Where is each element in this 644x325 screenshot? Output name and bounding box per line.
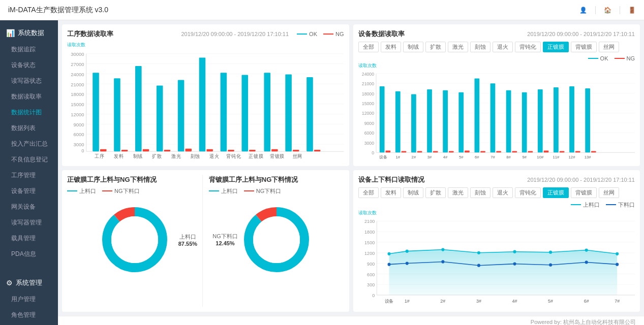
back-coat-panel: 背镀膜工序上料与NG下料情况 上料口 NG下料口 xyxy=(202,175,344,307)
legend-ng-tl: NG xyxy=(323,31,344,37)
home-icon[interactable]: 🏠 xyxy=(604,7,611,14)
sidebar-item-data-list[interactable]: 数据列表 xyxy=(0,120,58,136)
chart-time-br: 2019/12/20 09:00:00 - 2019/12/20 17:10:1… xyxy=(527,177,635,183)
svg-rect-82 xyxy=(417,151,422,152)
logout-icon[interactable]: 🚪 xyxy=(628,7,636,14)
tab-feed[interactable]: 发料 xyxy=(381,42,401,52)
svg-point-146 xyxy=(549,250,552,253)
svg-rect-76 xyxy=(385,150,390,152)
tab-br-passiv[interactable]: 背钝化 xyxy=(515,187,541,198)
svg-rect-84 xyxy=(427,89,432,152)
svg-rect-51 xyxy=(293,150,299,151)
tab-back-coat[interactable]: 背镀膜 xyxy=(571,42,597,52)
svg-text:0: 0 xyxy=(372,293,375,298)
chart-title-br: 设备上下料口读取情况 xyxy=(358,175,424,184)
svg-rect-114 xyxy=(585,88,590,152)
svg-text:激光: 激光 xyxy=(171,153,181,159)
svg-rect-111 xyxy=(569,86,574,152)
svg-text:21000: 21000 xyxy=(361,81,374,86)
tab-br-screen[interactable]: 丝网 xyxy=(599,187,619,198)
chart-icon: 📊 xyxy=(6,29,15,37)
tab-br-laser[interactable]: 激光 xyxy=(448,187,468,198)
sidebar-item-data-stats[interactable]: 数据统计图 xyxy=(0,105,58,120)
divider2 xyxy=(620,6,620,14)
sidebar-item-role-mgmt[interactable]: 角色管理 xyxy=(0,307,58,323)
user-icon[interactable]: 👤 xyxy=(579,7,587,14)
legend-tr-wrap: OK NG xyxy=(358,55,635,61)
tab-passiv[interactable]: 背钝化 xyxy=(515,42,541,52)
svg-rect-105 xyxy=(537,89,542,152)
sidebar-item-data-rate[interactable]: 数据读取率 xyxy=(0,89,58,105)
svg-text:13#: 13# xyxy=(584,155,591,159)
tab-br-diffuse[interactable]: 扩散 xyxy=(425,187,446,198)
svg-rect-33 xyxy=(164,150,171,151)
svg-rect-27 xyxy=(121,150,128,151)
sidebar-item-carrier-mgmt[interactable]: 载具管理 xyxy=(0,231,58,246)
svg-rect-32 xyxy=(157,85,163,151)
tab-front-coat[interactable]: 正镀膜 xyxy=(543,42,569,52)
svg-point-151 xyxy=(441,260,444,263)
svg-text:600: 600 xyxy=(367,272,375,277)
legend-ng-bl: NG下料口 xyxy=(102,187,140,195)
svg-rect-99 xyxy=(506,90,511,153)
svg-text:18000: 18000 xyxy=(361,91,374,96)
svg-point-122 xyxy=(253,216,300,263)
footer: Powered by: 杭州岛上自动化科技有限公司 xyxy=(58,316,644,325)
svg-text:4#: 4# xyxy=(512,298,517,303)
svg-text:1800: 1800 xyxy=(364,230,375,235)
tab-br-feed[interactable]: 发料 xyxy=(381,187,401,198)
header-actions: 👤 🏠 🚪 xyxy=(579,6,636,14)
svg-rect-94 xyxy=(480,151,485,152)
sidebar-item-device-mgmt[interactable]: 设备管理 xyxy=(0,183,58,199)
sidebar-item-process-mgmt[interactable]: 工序管理 xyxy=(0,168,58,183)
out-dot-br xyxy=(606,204,616,205)
bar-chart-svg-tl: 30000 27000 24000 21000 18000 15000 1200… xyxy=(67,49,344,161)
tab-texture[interactable]: 制绒 xyxy=(403,42,423,52)
legend-bl: 上料口 NG下料口 xyxy=(67,187,202,195)
chart-title-bl: 正镀膜工序上料与NG下料情况 xyxy=(67,175,157,184)
tab-br-all[interactable]: 全部 xyxy=(358,187,379,198)
svg-rect-36 xyxy=(185,149,192,151)
svg-rect-109 xyxy=(559,151,564,152)
svg-rect-47 xyxy=(264,73,270,151)
sidebar-item-sys-params[interactable]: 系统参数 xyxy=(0,323,58,325)
tab-laser[interactable]: 激光 xyxy=(448,42,468,52)
svg-text:30000: 30000 xyxy=(71,51,84,57)
tab-br-back[interactable]: 背镀膜 xyxy=(571,187,597,198)
sidebar-item-user-mgmt[interactable]: 用户管理 xyxy=(0,291,58,307)
svg-text:设备: 设备 xyxy=(379,155,387,159)
svg-text:10#: 10# xyxy=(537,155,544,159)
tab-all[interactable]: 全部 xyxy=(358,42,379,52)
sidebar-item-pda[interactable]: PDA信息 xyxy=(0,246,58,262)
sidebar-item-data-trace[interactable]: 数据追踪 xyxy=(0,42,58,57)
sidebar-item-defect-log[interactable]: 不良信息登记 xyxy=(0,152,58,168)
sidebar-item-io-summary[interactable]: 投入产出汇总 xyxy=(0,136,58,152)
tab-anneal[interactable]: 退火 xyxy=(493,42,513,52)
svg-point-142 xyxy=(405,249,408,252)
sidebar-item-reader-mgmt[interactable]: 读写器管理 xyxy=(0,215,58,231)
tab-br-etch[interactable]: 刻蚀 xyxy=(470,187,490,198)
svg-text:27000: 27000 xyxy=(71,61,84,67)
svg-text:300: 300 xyxy=(367,282,375,287)
svg-text:9#: 9# xyxy=(522,155,527,159)
svg-text:7#: 7# xyxy=(615,298,620,303)
svg-point-152 xyxy=(477,264,480,267)
chart-device-io: 设备上下料口读取情况 2019/12/20 09:00:00 - 2019/12… xyxy=(353,170,640,312)
sidebar-item-device-status[interactable]: 设备状态 xyxy=(0,57,58,73)
sidebar-item-gateway[interactable]: 网关设备 xyxy=(0,199,58,215)
legend-ng-tr: NG xyxy=(615,55,635,61)
tab-br-front[interactable]: 正镀膜 xyxy=(543,187,569,198)
svg-rect-106 xyxy=(543,150,548,152)
svg-rect-29 xyxy=(135,66,142,151)
chart-time-tr: 2019/12/20 09:00:00 - 2019/12/20 17:10:1… xyxy=(527,31,635,37)
chart-time-tl: 2019/12/20 09:00:00 - 2019/12/20 17:10:1… xyxy=(181,31,289,37)
tab-br-anneal[interactable]: 退火 xyxy=(493,187,513,198)
svg-point-148 xyxy=(616,252,619,255)
tab-etch[interactable]: 刻蚀 xyxy=(470,42,490,52)
sidebar-item-reader-status[interactable]: 读写器状态 xyxy=(0,73,58,89)
chart-title-bm: 背镀膜工序上料与NG下料情况 xyxy=(209,175,298,184)
tab-diffuse[interactable]: 扩散 xyxy=(425,42,446,52)
svg-rect-112 xyxy=(575,151,580,152)
tab-br-texture[interactable]: 制绒 xyxy=(403,187,423,198)
tab-screen[interactable]: 丝网 xyxy=(599,42,619,52)
